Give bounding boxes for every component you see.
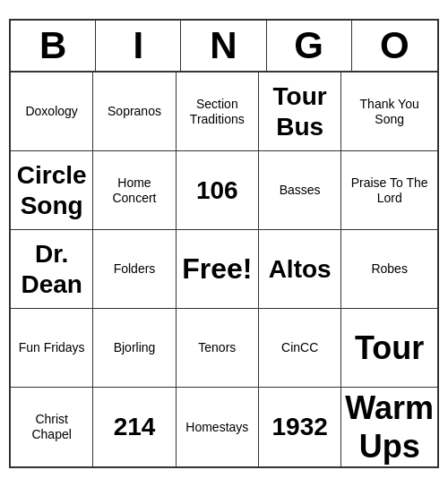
cell-text: Sopranos	[108, 104, 161, 119]
header-letter: I	[96, 21, 181, 71]
bingo-cell: Circle Song	[11, 151, 93, 230]
bingo-cell: Tour Bus	[259, 73, 341, 151]
bingo-cell: 1932	[259, 388, 341, 466]
bingo-cell: Folders	[93, 230, 176, 309]
header-letter: N	[181, 21, 266, 71]
cell-text: 106	[196, 175, 238, 206]
cell-text: Bjorling	[114, 340, 156, 355]
bingo-cell: Praise To The Lord	[341, 151, 437, 230]
cell-text: Homestays	[185, 420, 248, 435]
bingo-header: BINGO	[11, 21, 437, 73]
cell-text: Tour	[355, 329, 424, 367]
bingo-cell: Homestays	[177, 388, 259, 466]
bingo-cell: 214	[93, 388, 176, 466]
bingo-cell: Sopranos	[93, 73, 176, 151]
cell-text: 214	[114, 412, 156, 442]
header-letter: O	[352, 21, 437, 71]
bingo-card: BINGO DoxologySopranosSection Traditions…	[9, 19, 439, 468]
cell-text: 1932	[272, 412, 328, 442]
bingo-cell: Warm Ups	[341, 388, 437, 466]
bingo-cell: Home Concert	[93, 151, 176, 230]
cell-text: Altos	[269, 254, 332, 285]
cell-text: Doxology	[25, 104, 77, 119]
bingo-cell: Section Traditions	[177, 73, 259, 151]
cell-text: Home Concert	[97, 175, 171, 206]
bingo-cell: Dr. Dean	[11, 230, 93, 309]
cell-text: Folders	[114, 261, 156, 277]
bingo-cell: Thank You Song	[341, 73, 437, 151]
bingo-cell: 106	[177, 151, 259, 230]
cell-text: CinCC	[281, 340, 318, 355]
bingo-grid: DoxologySopranosSection TraditionsTour B…	[11, 73, 437, 466]
cell-text: Basses	[280, 183, 321, 198]
cell-text: Tour Bus	[263, 81, 337, 141]
cell-text: Christ Chapel	[14, 412, 89, 442]
bingo-cell: CinCC	[259, 309, 341, 388]
cell-text: Tenors	[198, 340, 236, 355]
bingo-cell: Doxology	[11, 73, 93, 151]
cell-text: Warm Ups	[345, 389, 434, 466]
cell-text: Thank You Song	[345, 97, 434, 127]
cell-text: Free!	[182, 252, 252, 286]
bingo-cell: Altos	[259, 230, 341, 309]
cell-text: Fun Fridays	[19, 340, 85, 355]
header-letter: G	[267, 21, 352, 71]
bingo-cell: Fun Fridays	[11, 309, 93, 388]
cell-text: Praise To The Lord	[345, 175, 434, 206]
cell-text: Section Traditions	[180, 97, 254, 127]
bingo-cell: Tour	[341, 309, 437, 388]
cell-text: Circle Song	[14, 160, 89, 220]
bingo-cell: Bjorling	[93, 309, 176, 388]
header-letter: B	[11, 21, 96, 71]
bingo-cell: Basses	[259, 151, 341, 230]
cell-text: Dr. Dean	[14, 239, 89, 299]
bingo-cell: Robes	[341, 230, 437, 309]
bingo-cell: Christ Chapel	[11, 388, 93, 466]
bingo-cell: Tenors	[177, 309, 259, 388]
cell-text: Robes	[371, 261, 407, 277]
bingo-cell: Free!	[177, 230, 259, 309]
